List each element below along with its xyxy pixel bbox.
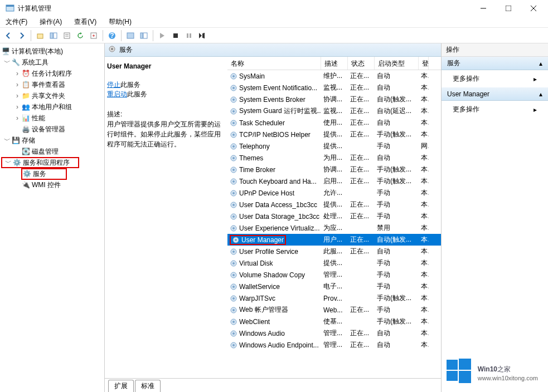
tree-root[interactable]: 🖥️计算机管理(本地): [1, 46, 103, 57]
stop-button[interactable]: [169, 30, 182, 42]
service-row[interactable]: User Data Storage_1bc3cc处理...正在...手动本: [227, 210, 441, 222]
tree-storage[interactable]: ﹀💾存储: [1, 135, 103, 146]
service-row[interactable]: System Events Broker协调...正在...自动(触发...本: [227, 94, 441, 105]
close-button[interactable]: [521, 0, 546, 17]
tree-event-viewer[interactable]: ›📋事件查看器: [1, 79, 103, 90]
actions-section-services[interactable]: 服务▴: [442, 57, 548, 70]
service-row[interactable]: Windows Audio管理...正在...自动本: [227, 327, 441, 339]
cell-name: User Data Storage_1bc3cc: [227, 213, 321, 220]
forward-button[interactable]: [16, 30, 28, 42]
view-large-button[interactable]: [124, 30, 137, 42]
service-row[interactable]: Virtual Disk提供...手动本: [227, 257, 441, 269]
service-row[interactable]: TCP/IP NetBIOS Helper提供...正在...手动(触发...本: [227, 129, 441, 140]
tree-local-users[interactable]: ›👥本地用户和组: [1, 101, 103, 112]
show-hide-button[interactable]: [47, 30, 60, 42]
tree-wmi[interactable]: 🔌WMI 控件: [1, 179, 103, 190]
tree-services[interactable]: ⚙️服务: [1, 168, 103, 179]
col-state[interactable]: 状态: [348, 57, 375, 70]
svg-rect-20: [190, 33, 191, 38]
tree-device-manager[interactable]: 🖨️设备管理器: [1, 124, 103, 135]
export-button[interactable]: [88, 30, 100, 42]
service-row[interactable]: SysMain维护...正在...自动本: [227, 70, 441, 82]
back-button[interactable]: [2, 30, 14, 42]
tab-extended[interactable]: 扩展: [108, 380, 134, 392]
tree-shared-folders[interactable]: ›📁共享文件夹: [1, 90, 103, 101]
service-row[interactable]: User Profile Service此服...正在...自动本: [227, 246, 441, 257]
cell-startup: 自动: [375, 340, 419, 350]
refresh-button[interactable]: [74, 30, 86, 42]
play-button[interactable]: [156, 30, 168, 42]
tree-services-apps[interactable]: ﹀⚙️服务和应用程序: [1, 157, 79, 168]
service-row[interactable]: WebClient使基...手动(触发...本: [227, 316, 441, 327]
actions-section-usermanager[interactable]: User Manager▴: [442, 87, 548, 101]
svg-point-37: [232, 145, 235, 148]
cell-name: Telephony: [227, 143, 321, 150]
svg-rect-75: [459, 371, 471, 383]
up-button[interactable]: [34, 30, 46, 42]
view-detail-button[interactable]: [138, 30, 150, 42]
svg-rect-73: [459, 359, 471, 370]
svg-rect-15: [127, 33, 134, 38]
cell-name: Task Scheduler: [227, 119, 321, 127]
menu-help[interactable]: 帮助(H): [106, 16, 134, 28]
maximize-button[interactable]: [496, 0, 521, 17]
service-row[interactable]: Windows Audio Endpoint...管理...正在...自动本: [227, 339, 441, 351]
restart-link[interactable]: 重启动: [107, 90, 127, 98]
service-row[interactable]: Task Scheduler使用...正在...自动本: [227, 117, 441, 129]
svg-point-71: [232, 344, 235, 346]
cell-desc: 监视...: [321, 83, 348, 92]
cell-startup: 手动(触发...: [375, 177, 419, 186]
service-detail: User Manager 停止此服务 重启动此服务 描述: 用户管理器提供多用户…: [105, 57, 227, 378]
svg-point-57: [232, 262, 235, 264]
cell-startup: 手动(触发...: [375, 317, 419, 326]
menu-view[interactable]: 查看(V): [72, 16, 99, 28]
tree-task-scheduler[interactable]: ›⏰任务计划程序: [1, 68, 103, 79]
cell-state: 正在...: [348, 118, 375, 128]
service-row[interactable]: Themes为用...正在...自动本: [227, 152, 441, 164]
cell-startup: 手动: [375, 212, 419, 221]
service-row[interactable]: WalletService电子...手动本: [227, 281, 441, 292]
cell-name: User Experience Virtualiz...: [227, 224, 321, 232]
actions-more-1[interactable]: 更多操作▸: [442, 70, 548, 87]
service-row[interactable]: Telephony提供...手动网: [227, 140, 441, 152]
actions-more-2[interactable]: 更多操作▸: [442, 101, 548, 118]
service-row[interactable]: WarpJITSvcProv...手动(触发...本: [227, 292, 441, 304]
service-row[interactable]: User Manager用户...正在...自动(触发...本: [227, 234, 441, 246]
service-row[interactable]: Volume Shadow Copy管理...手动本: [227, 269, 441, 281]
col-logon[interactable]: 登: [419, 57, 429, 70]
col-startup[interactable]: 启动类型: [375, 57, 419, 70]
service-row[interactable]: User Data Access_1bc3cc提供...正在...手动本: [227, 199, 441, 210]
cell-startup: 手动: [375, 258, 419, 268]
cell-desc: 处理...: [321, 212, 348, 221]
col-desc[interactable]: 描述: [321, 57, 348, 70]
service-row[interactable]: System Guard 运行时监视...监视...正在...自动(延迟...本: [227, 105, 441, 117]
gear-icon: [108, 45, 116, 55]
pause-button[interactable]: [183, 30, 195, 42]
services-pane: 服务 User Manager 停止此服务 重启动此服务 描述: 用户管理器提供…: [105, 43, 442, 392]
menu-action[interactable]: 操作(A): [37, 16, 64, 28]
stop-link[interactable]: 停止: [107, 81, 120, 89]
service-row[interactable]: Time Broker协调...正在...手动(触发...本: [227, 164, 441, 175]
svg-rect-6: [37, 34, 43, 38]
tab-standard[interactable]: 标准: [135, 380, 161, 392]
service-row[interactable]: User Experience Virtualiz...为应...禁用本: [227, 222, 441, 234]
service-row[interactable]: Touch Keyboard and Ha...启用...正在...手动(触发.…: [227, 175, 441, 187]
svg-rect-72: [447, 360, 458, 370]
minimize-button[interactable]: [471, 0, 496, 17]
cell-desc: 为应...: [321, 223, 348, 233]
tree-disk-mgmt[interactable]: 💽磁盘管理: [1, 146, 103, 157]
help-button[interactable]: ?: [106, 30, 118, 42]
cell-logon: 本: [419, 293, 429, 303]
properties-button[interactable]: [61, 30, 73, 42]
cell-startup: 自动(触发...: [375, 235, 419, 244]
svg-point-39: [232, 157, 235, 159]
col-name[interactable]: 名称: [227, 57, 321, 70]
tree-performance[interactable]: ›📊性能: [1, 112, 103, 124]
tree-system-tools[interactable]: ﹀🔧系统工具: [1, 57, 103, 68]
service-row[interactable]: System Event Notificatio...监视...正在...自动本: [227, 82, 441, 94]
service-row[interactable]: UPnP Device Host允许...手动本: [227, 187, 441, 199]
svg-rect-19: [187, 33, 188, 38]
restart-button[interactable]: [196, 30, 208, 42]
menu-file[interactable]: 文件(F): [3, 16, 30, 28]
service-row[interactable]: Web 帐户管理器Web...正在...手动本: [227, 304, 441, 316]
